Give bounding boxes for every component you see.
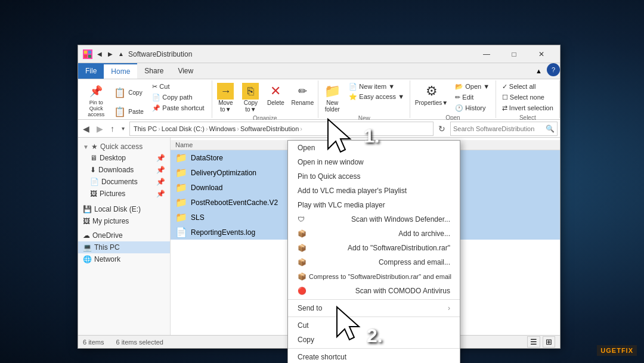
ctx-compress-rar-email[interactable]: 📦 Compress to "SoftwareDistribution.rar"…	[288, 269, 460, 284]
ctx-send-to[interactable]: Send to ›	[288, 301, 460, 315]
refresh-button[interactable]: ↻	[436, 123, 448, 135]
archive-icon-1: 📦	[298, 229, 306, 238]
my-pictures-label: My pictures	[92, 217, 129, 225]
search-icon: 🔍	[546, 125, 555, 133]
new-item-button[interactable]: 📄 New item ▼	[345, 82, 408, 92]
cut-button[interactable]: ✂ Cut	[148, 82, 208, 92]
ctx-scan-defender-label: Scan with Windows Defender...	[351, 215, 450, 224]
ctx-scan-comodo[interactable]: 🔴 Scan with COMODO Antivirus	[288, 284, 460, 298]
clipboard-items: 📌 Pin to Quickaccess 📋 Copy 📋 Paste	[82, 82, 208, 119]
ctx-open-new-window[interactable]: Open in new window	[288, 155, 460, 169]
up-button[interactable]: ↑	[108, 123, 117, 135]
rename-icon: ✏	[294, 83, 311, 100]
paste-button[interactable]: 📋 Paste	[112, 104, 147, 119]
new-folder-button[interactable]: 📁 Newfolder	[320, 82, 344, 114]
local-disk-e-icon: 💾	[83, 205, 92, 213]
sidebar-item-desktop[interactable]: 🖥 Desktop 📌	[78, 152, 170, 164]
ribbon-group-organize: → Moveto▼ ⎘ Copyto▼ ✕ Delete ✏ Rename	[212, 80, 318, 118]
nav-up-btn[interactable]: ▲	[116, 49, 126, 59]
move-to-button[interactable]: → Moveto▼	[213, 82, 237, 114]
ctx-open-new-window-label: Open in new window	[298, 158, 364, 166]
ctx-add-rar-label: Add to "SoftwareDistribution.rar"	[348, 244, 450, 252]
pin-to-quick-access-button[interactable]: 📌 Pin to Quickaccess	[82, 82, 110, 119]
view-large-button[interactable]: ⊞	[543, 336, 555, 348]
pin-icon-desktop: 📌	[156, 154, 165, 162]
sidebar-desktop-label: Desktop	[100, 154, 126, 162]
rename-label: Rename	[291, 100, 314, 106]
open-btn[interactable]: 📂 Open ▼	[451, 82, 493, 92]
paste-shortcut-button[interactable]: 📌 Paste shortcut	[148, 103, 208, 113]
view-details-button[interactable]: ☰	[527, 336, 540, 348]
address-path[interactable]: This PC › Local Disk (C:) › Windows › So…	[129, 122, 434, 136]
help-button[interactable]: ?	[547, 63, 560, 76]
minimize-button[interactable]: —	[473, 45, 500, 63]
copy-button[interactable]: 📋 Copy	[112, 82, 147, 103]
pin-icon: 📌	[88, 83, 104, 100]
ctx-pin-quick-access[interactable]: Pin to Quick access	[288, 169, 460, 184]
ctx-add-rar[interactable]: 📦 Add to "SoftwareDistribution.rar"	[288, 241, 460, 255]
ctx-vlc-play[interactable]: Play with VLC media player	[288, 198, 460, 212]
ctx-create-shortcut-label: Create shortcut	[298, 353, 346, 361]
sidebar-downloads-label: Downloads	[98, 166, 134, 174]
properties-button[interactable]: ⚙ Properties▼	[413, 82, 450, 107]
properties-label: Properties▼	[415, 100, 448, 106]
tab-file[interactable]: File	[78, 63, 104, 79]
watermark: UGETFIX	[597, 345, 637, 356]
history-btn[interactable]: 🕐 History	[451, 103, 493, 113]
ctx-scan-comodo-label: Scan with COMODO Antivirus	[355, 287, 450, 295]
sidebar-pictures-label: Pictures	[100, 190, 125, 198]
sidebar-item-my-pictures[interactable]: 🖼 My pictures	[78, 215, 170, 227]
ctx-compress-email-label: Compress and email...	[379, 258, 450, 266]
invert-selection-button[interactable]: ⇄ Invert selection	[499, 103, 557, 113]
ribbon-content: 📌 Pin to Quickaccess 📋 Copy 📋 Paste	[78, 79, 560, 119]
network-label: Network	[94, 255, 120, 263]
ctx-sep-3	[288, 348, 460, 349]
ctx-compress-email[interactable]: 📦 Compress and email...	[288, 255, 460, 269]
maximize-button[interactable]: □	[500, 45, 528, 63]
sidebar-item-local-disk-e[interactable]: 💾 Local Disk (E:)	[78, 203, 170, 215]
close-button[interactable]: ✕	[528, 45, 555, 63]
sidebar-item-downloads[interactable]: ⬇ Downloads 📌	[78, 164, 170, 176]
this-pc-label: This PC	[94, 243, 120, 252]
ctx-add-archive[interactable]: 📦 Add to archive...	[288, 227, 460, 241]
file-name-download: Download	[191, 184, 222, 192]
copy-path-button[interactable]: 📄 Copy path	[148, 92, 208, 103]
archive-icon-4: 📦	[298, 272, 306, 281]
tab-view[interactable]: View	[171, 63, 200, 79]
sidebar-item-documents[interactable]: 📄 Documents 📌	[78, 176, 170, 188]
sidebar-item-pictures[interactable]: 🖼 Pictures 📌	[78, 188, 170, 200]
ctx-scan-defender[interactable]: 🛡 Scan with Windows Defender...	[288, 212, 460, 227]
select-none-button[interactable]: ☐ Select none	[499, 92, 557, 103]
delete-button[interactable]: ✕ Delete	[264, 82, 287, 107]
path-software-dist: SoftwareDistribution	[240, 125, 299, 132]
edit-btn[interactable]: ✏ Edit	[451, 92, 493, 103]
file-name-postreboot: PostRebootEventCache.V2	[191, 198, 278, 207]
recent-button[interactable]: ▾	[119, 124, 127, 133]
select-all-button[interactable]: ✓ Select all	[499, 82, 557, 92]
folder-icon-postreboot: 📁	[175, 197, 187, 208]
back-button[interactable]: ◀	[80, 123, 92, 135]
nav-right-btn[interactable]: ▶	[106, 49, 115, 59]
copy-to-icon: ⎘	[242, 83, 259, 100]
titlebar-controls: — □ ✕	[473, 45, 555, 63]
sidebar-item-network[interactable]: 🌐 Network	[78, 253, 170, 265]
rename-button[interactable]: ✏ Rename	[289, 82, 316, 107]
forward-button[interactable]: ▶	[94, 123, 106, 135]
ctx-sep-1	[288, 299, 460, 300]
search-input[interactable]	[453, 125, 546, 132]
tab-share[interactable]: Share	[137, 63, 171, 79]
ctx-vlc-playlist[interactable]: Add to VLC media player's Playlist	[288, 184, 460, 198]
ctx-create-shortcut[interactable]: Create shortcut	[288, 350, 460, 363]
new-item-col: 📄 New item ▼ ⭐ Easy access ▼	[345, 82, 408, 102]
easy-access-button[interactable]: ⭐ Easy access ▼	[345, 92, 408, 102]
tab-home[interactable]: Home	[104, 63, 137, 79]
search-box: 🔍	[450, 122, 558, 136]
ribbon-collapse-btn[interactable]: ▲	[531, 63, 547, 79]
copy-to-button[interactable]: ⎘ Copyto▼	[239, 82, 262, 114]
view-icons: ☰ ⊞	[527, 336, 555, 348]
local-disk-e-label: Local Disk (E:)	[94, 205, 141, 213]
sidebar-item-this-pc[interactable]: 💻 This PC	[78, 241, 170, 253]
sidebar-item-onedrive[interactable]: ☁ OneDrive	[78, 229, 170, 241]
sidebar-downloads-icon: ⬇	[90, 166, 96, 174]
nav-left-btn[interactable]: ◀	[95, 49, 104, 59]
